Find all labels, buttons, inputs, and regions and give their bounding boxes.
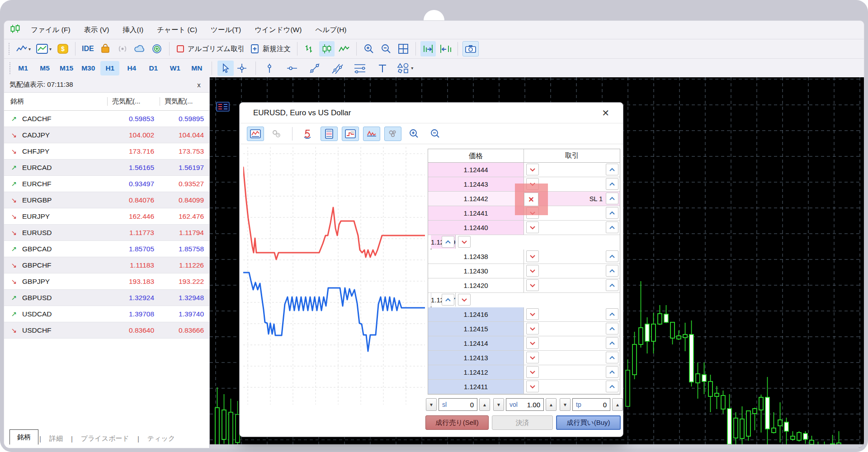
timeframe-H4[interactable]: H4 [122, 61, 141, 75]
eurusd-depth-dialog[interactable]: EURUSD, Euro vs US Dollar ✕ [239, 102, 623, 437]
sell-limit-button[interactable] [458, 236, 471, 248]
cursor-tool-button[interactable] [217, 61, 234, 76]
table-row-GBPJPY[interactable]: ↘GBPJPY193.183193.222 [4, 273, 209, 290]
price-cell[interactable]: 1.12442 [428, 192, 524, 206]
vertical-line-tool-button[interactable] [261, 61, 278, 76]
metaeditor-ide-button[interactable]: IDE [80, 41, 96, 56]
signals-button[interactable] [115, 41, 130, 56]
chart-shift-button[interactable] [438, 41, 453, 56]
zoom-out-button[interactable] [378, 41, 394, 56]
buy-limit-button[interactable] [606, 265, 618, 277]
buy-limit-button[interactable] [606, 193, 618, 204]
table-row-CADJPY[interactable]: ↘CADJPY104.002104.044 [4, 127, 209, 143]
sl-field[interactable]: sl 0 [439, 398, 477, 411]
toolbar-grip[interactable] [9, 43, 11, 55]
close-icon[interactable]: ✕ [602, 108, 609, 118]
chart-horizontal-scrollbar[interactable] [210, 444, 864, 448]
screenshot-camera-button[interactable] [462, 41, 479, 56]
toolbar-grip[interactable] [9, 62, 12, 74]
price-cell[interactable]: 1.12413 [428, 351, 524, 365]
timeframe-H1[interactable]: H1 [100, 61, 119, 75]
chart-profile-button[interactable]: ▾ [34, 41, 53, 56]
tile-windows-button[interactable] [396, 41, 411, 56]
vol-increase-button[interactable]: ▲ [546, 398, 557, 411]
buy-limit-button[interactable] [606, 178, 618, 190]
sl-increase-button[interactable]: ▲ [479, 398, 490, 411]
dom-ladder-button[interactable] [321, 127, 338, 141]
price-cell[interactable]: 1.12414 [428, 336, 524, 350]
tick-chart-toggle-button[interactable] [247, 127, 264, 141]
buy-limit-button[interactable] [606, 323, 618, 334]
tab-symbols[interactable]: 銘柄 [9, 429, 38, 445]
sell-limit-button[interactable] [526, 221, 539, 233]
table-row-CADCHF[interactable]: ↗CADCHF0.598530.59895 [4, 111, 209, 127]
market-sell-button[interactable]: 成行売り(Sell) [425, 415, 489, 430]
price-cell[interactable]: 1.12444 [428, 163, 524, 177]
sl-remove-button[interactable]: ✕ [524, 193, 538, 206]
zoom-in-button[interactable] [361, 41, 377, 56]
price-cell[interactable]: 1.12440 [428, 221, 524, 235]
timeframe-M30[interactable]: M30 [79, 61, 98, 75]
candlestick-mode-button[interactable] [319, 41, 335, 56]
tp-increase-button[interactable]: ▲ [612, 398, 623, 411]
sell-limit-button[interactable] [526, 164, 539, 175]
pulse-chart-button[interactable] [363, 127, 380, 141]
vol-decrease-button[interactable]: ▼ [493, 398, 504, 411]
dialog-titlebar[interactable]: EURUSD, Euro vs US Dollar ✕ [240, 103, 623, 123]
market-store-button[interactable] [98, 41, 113, 56]
close-icon[interactable]: x [194, 81, 204, 89]
buy-limit-button[interactable] [442, 236, 454, 248]
table-row-EURGBP[interactable]: ↘EURGBP0.840760.84099 [4, 192, 209, 208]
depth-chart-button[interactable] [342, 127, 359, 141]
timeframe-MN[interactable]: MN [187, 61, 206, 75]
price-cell[interactable]: 1.12441 [428, 206, 524, 220]
table-row-CHFJPY[interactable]: ↘CHFJPY173.716173.753 [4, 143, 209, 160]
trendline-tool-button[interactable] [307, 61, 323, 76]
table-row-USDCHF[interactable]: ↘USDCHF0.836400.83666 [4, 322, 209, 339]
line-chart-mode-button[interactable] [336, 41, 352, 56]
menu-item-C[interactable]: チャート (C) [150, 21, 204, 39]
new-order-button[interactable]: 新規注文 [248, 41, 292, 56]
price-cell[interactable]: 1.12438 [428, 250, 524, 264]
text-tool-button[interactable] [374, 61, 391, 76]
column-header-ask[interactable]: 買気配(... [160, 97, 209, 106]
sell-limit-button[interactable] [526, 337, 539, 349]
timeframe-D1[interactable]: D1 [144, 61, 163, 75]
buy-limit-button[interactable] [606, 207, 618, 219]
sl-decrease-button[interactable]: ▼ [426, 398, 437, 411]
menu-item-F[interactable]: ファイル (F) [24, 21, 77, 39]
algo-trading-button[interactable]: アルゴリズム取引 [174, 41, 246, 56]
buy-limit-button[interactable] [606, 164, 618, 175]
price-cell[interactable]: 1.12416 [428, 307, 524, 321]
bubbles-button[interactable] [384, 127, 401, 141]
buy-limit-button[interactable] [606, 250, 618, 262]
table-row-GBPCHF[interactable]: ↘GBPCHF1.111831.11226 [4, 257, 209, 273]
table-row-GBPCAD[interactable]: ↗GBPCAD1.857051.85758 [4, 241, 209, 257]
sell-limit-button[interactable] [458, 294, 471, 306]
sell-limit-button[interactable] [526, 265, 539, 277]
dialog-zoom-in-button[interactable] [406, 127, 423, 141]
buy-limit-button[interactable] [606, 221, 618, 233]
market-watch-toggle-button[interactable]: $ [55, 41, 71, 56]
column-header-bid[interactable]: 売気配(... [107, 97, 160, 106]
price-cell[interactable]: 1.12420 [428, 278, 524, 292]
table-row-EURUSD[interactable]: ↘EURUSD1.117731.11794 [4, 225, 209, 241]
dialog-zoom-out-button[interactable] [427, 127, 444, 141]
table-row-EURCAD[interactable]: ↗EURCAD1.561651.56197 [4, 160, 209, 176]
price-cell[interactable]: 1.12430 [428, 264, 524, 278]
table-row-USDCAD[interactable]: ↗USDCAD1.397081.39740 [4, 306, 209, 322]
tp-field[interactable]: tp 0 [572, 398, 610, 411]
market-buy-button[interactable]: 成行買い(Buy) [556, 415, 621, 430]
sell-limit-button[interactable] [526, 279, 539, 291]
menu-item-H[interactable]: ヘルプ(H) [308, 21, 353, 39]
chart-type-line-button[interactable]: ▾ [14, 41, 33, 56]
tab-priceboard[interactable]: プライスボード [74, 432, 137, 445]
timeframe-M5[interactable]: M5 [35, 61, 54, 75]
vol-field[interactable]: vol 1.00 [506, 398, 544, 411]
time-and-sales-button[interactable] [299, 127, 316, 141]
tab-ticks[interactable]: ティック [140, 432, 182, 445]
menu-item-V[interactable]: 表示 (V) [77, 21, 116, 39]
price-cell[interactable]: 1.12443 [428, 177, 524, 191]
horizontal-line-tool-button[interactable] [284, 61, 300, 76]
timeframe-M1[interactable]: M1 [14, 61, 33, 75]
